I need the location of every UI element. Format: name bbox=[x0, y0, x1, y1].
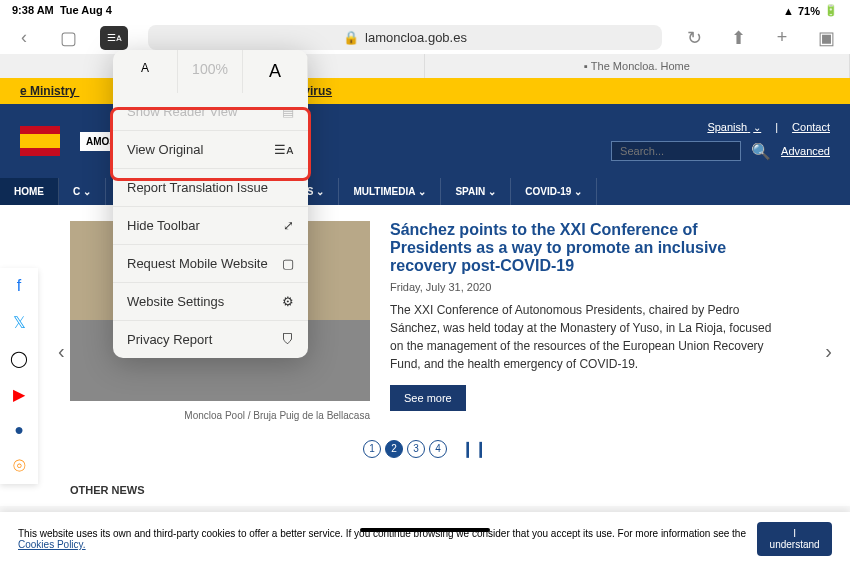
search-input[interactable] bbox=[611, 141, 741, 161]
website-settings[interactable]: Website Settings⚙ bbox=[113, 283, 308, 321]
device-icon: ▢ bbox=[282, 256, 294, 271]
prev-arrow[interactable]: ‹ bbox=[58, 340, 65, 363]
zoom-row: A 100% A bbox=[113, 50, 308, 93]
page-1[interactable]: 1 bbox=[363, 440, 381, 458]
pagination: 1 2 3 4 ❙❙ bbox=[70, 439, 780, 458]
nav-spain[interactable]: SPAIN⌄ bbox=[441, 178, 511, 205]
cookie-banner: This website uses its own and third-part… bbox=[0, 512, 850, 566]
shield-icon: ⛉ bbox=[281, 332, 294, 347]
nav-home[interactable]: HOME bbox=[0, 178, 59, 205]
instagram-icon[interactable]: ◯ bbox=[0, 340, 38, 376]
cookie-accept-button[interactable]: I understand bbox=[757, 522, 832, 556]
zoom-pct: 100% bbox=[178, 50, 243, 93]
home-indicator[interactable] bbox=[360, 528, 490, 532]
social-sidebar: f 𝕏 ◯ ▶ ● ⦾ bbox=[0, 268, 38, 484]
zoom-out[interactable]: A bbox=[113, 50, 178, 93]
lock-icon: 🔒 bbox=[343, 30, 359, 45]
other-news-heading: OTHER NEWS bbox=[0, 474, 850, 506]
page-2[interactable]: 2 bbox=[385, 440, 403, 458]
article-desc: The XXI Conference of Autonomous Preside… bbox=[390, 301, 780, 373]
time: 9:38 AM bbox=[12, 4, 54, 16]
reload-button[interactable]: ↻ bbox=[682, 26, 706, 50]
expand-icon: ⤢ bbox=[283, 218, 294, 233]
bookmarks-button[interactable]: ▢ bbox=[56, 26, 80, 50]
url-bar[interactable]: 🔒 lamoncloa.gob.es bbox=[148, 25, 662, 50]
article-date: Friday, July 31, 2020 bbox=[390, 281, 780, 293]
status-bar: 9:38 AM Tue Aug 4 ▲ 71% 🔋 bbox=[0, 0, 850, 21]
pause-icon[interactable]: ❙❙ bbox=[461, 439, 487, 458]
translate-icon: ☰ᴀ bbox=[274, 142, 294, 157]
tabs-button[interactable]: ▣ bbox=[814, 26, 838, 50]
advanced-search-link[interactable]: Advanced bbox=[781, 145, 830, 157]
nav-multimedia[interactable]: MULTIMEDIA⌄ bbox=[339, 178, 441, 205]
url-text: lamoncloa.gob.es bbox=[365, 30, 467, 45]
wifi-icon: ▲ bbox=[783, 5, 794, 17]
rss-icon[interactable]: ⦾ bbox=[0, 448, 38, 484]
hide-toolbar[interactable]: Hide Toolbar⤢ bbox=[113, 207, 308, 245]
facebook-icon[interactable]: f bbox=[0, 268, 38, 304]
circle-icon[interactable]: ● bbox=[0, 412, 38, 448]
page-3[interactable]: 3 bbox=[407, 440, 425, 458]
battery-pct: 71% bbox=[798, 5, 820, 17]
reader-icon: ▤ bbox=[282, 104, 294, 119]
spain-flag-icon bbox=[20, 126, 60, 156]
share-button[interactable]: ⬆ bbox=[726, 26, 750, 50]
report-translation[interactable]: Report Translation Issue bbox=[113, 169, 308, 207]
contact-link[interactable]: Contact bbox=[792, 121, 830, 133]
show-reader-view: Show Reader View▤ bbox=[113, 93, 308, 131]
nav-covid[interactable]: COVID-19⌄ bbox=[511, 178, 597, 205]
zoom-in[interactable]: A bbox=[243, 50, 308, 93]
page-4[interactable]: 4 bbox=[429, 440, 447, 458]
date: Tue Aug 4 bbox=[60, 4, 112, 16]
back-button[interactable]: ‹ bbox=[12, 26, 36, 50]
nav-c[interactable]: C⌄ bbox=[59, 178, 106, 205]
article-title[interactable]: Sánchez points to the XXI Conference of … bbox=[390, 221, 780, 275]
gear-icon: ⚙ bbox=[282, 294, 294, 309]
new-tab-button[interactable]: + bbox=[770, 26, 794, 50]
cookie-link[interactable]: Cookies Policy. bbox=[18, 539, 86, 550]
aa-menu: A 100% A Show Reader View▤ View Original… bbox=[113, 50, 308, 358]
tab-home[interactable]: ▪ The Moncloa. Home bbox=[425, 54, 850, 78]
image-caption: Moncloa Pool / Bruja Puig de la Bellacas… bbox=[184, 410, 370, 421]
battery-icon: 🔋 bbox=[824, 4, 838, 17]
view-original[interactable]: View Original☰ᴀ bbox=[113, 131, 308, 169]
search-icon[interactable]: 🔍 bbox=[751, 142, 771, 161]
aa-menu-button[interactable]: ☰ᴀ bbox=[100, 26, 128, 50]
see-more-button[interactable]: See more bbox=[390, 385, 466, 411]
language-select[interactable]: Spanish ⌄ bbox=[707, 121, 761, 133]
youtube-icon[interactable]: ▶ bbox=[0, 376, 38, 412]
request-mobile[interactable]: Request Mobile Website▢ bbox=[113, 245, 308, 283]
next-arrow[interactable]: › bbox=[825, 340, 832, 363]
twitter-icon[interactable]: 𝕏 bbox=[0, 304, 38, 340]
privacy-report[interactable]: Privacy Report⛉ bbox=[113, 321, 308, 358]
